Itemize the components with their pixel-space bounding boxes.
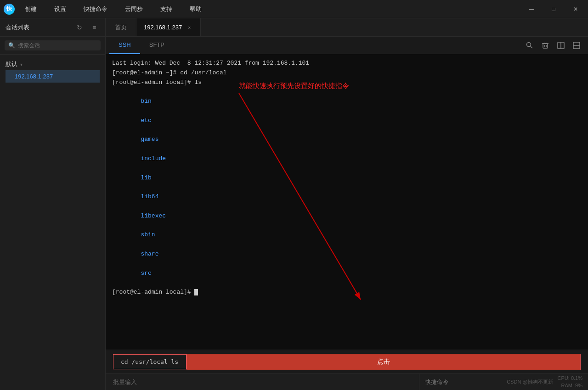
- svg-point-0: [527, 42, 531, 46]
- terminal-area[interactable]: Last login: Wed Dec 8 12:31:27 2021 from…: [106, 54, 588, 350]
- maximize-button[interactable]: □: [543, 2, 564, 16]
- search-input[interactable]: [18, 42, 97, 49]
- terminal-cursor: [194, 289, 198, 295]
- cpu-ram-display: CPU: 0.1% RAM: 9%: [558, 375, 582, 389]
- menu-bar: 创建 设置 快捷命令 云同步 支持 帮助: [18, 3, 521, 15]
- tab-ssh[interactable]: SSH: [109, 37, 140, 54]
- dir-include: include: [141, 155, 166, 162]
- window-controls: — □ ✕: [521, 2, 586, 16]
- sidebar-title: 会话列表: [6, 23, 70, 32]
- menu-create[interactable]: 创建: [23, 3, 39, 15]
- search-bar: 🔍: [0, 37, 105, 55]
- tab-close-icon[interactable]: ×: [186, 24, 193, 31]
- batch-input-area: 批量输入: [106, 374, 419, 390]
- logo-circle: 快: [4, 4, 15, 15]
- main-layout: 会话列表 ↻ ≡ 🔍 默认 ▾ 192.168.1.237 首页 192.168…: [0, 18, 588, 390]
- terminal-toolbar: [523, 39, 588, 52]
- sidebar-header: 会话列表 ↻ ≡: [0, 18, 105, 37]
- minimize-button[interactable]: —: [521, 2, 542, 16]
- tab-bar: 首页 192.168.1.237 ×: [106, 18, 588, 37]
- terminal-line-1: Last login: Wed Dec 8 12:31:27 2021 from…: [112, 59, 582, 68]
- menu-shortcuts[interactable]: 快捷命令: [82, 3, 109, 15]
- dir-etc: etc: [141, 117, 151, 124]
- cpu-label: CPU: 0.1%: [558, 375, 582, 382]
- default-label: 默认: [6, 60, 17, 68]
- dir-lib64: lib64: [141, 193, 158, 200]
- close-button[interactable]: ✕: [565, 2, 586, 16]
- default-section: 默认 ▾ 192.168.1.237: [0, 55, 105, 86]
- quick-cmd-bar: cd /usr/local ls 点击: [106, 350, 588, 373]
- search-icon: 🔍: [8, 42, 15, 49]
- dir-sbin: sbin: [141, 231, 155, 238]
- terminal-line-2: [root@el-admin ~]# cd /usr/local: [112, 68, 582, 78]
- search-terminal-icon[interactable]: [523, 39, 537, 52]
- menu-support[interactable]: 支持: [158, 3, 174, 15]
- terminal-line-5: [root@el-admin local]#: [112, 288, 582, 297]
- active-tab[interactable]: 192.168.1.237 ×: [136, 18, 201, 36]
- dir-bin: bin: [141, 98, 151, 105]
- sidebar-menu-icon[interactable]: ≡: [89, 22, 100, 33]
- dir-lib: lib: [141, 174, 151, 181]
- split-vertical-icon[interactable]: [570, 39, 583, 52]
- delete-icon[interactable]: [538, 39, 552, 52]
- session-item[interactable]: 192.168.1.237: [6, 70, 100, 83]
- quick-cmd-input[interactable]: [425, 379, 502, 385]
- tab-sftp[interactable]: SFTP: [140, 37, 174, 54]
- content-area: 首页 192.168.1.237 × SSH SFTP: [106, 18, 588, 390]
- split-horizontal-icon[interactable]: [554, 39, 568, 52]
- menu-cloud[interactable]: 云同步: [123, 3, 145, 15]
- svg-rect-2: [543, 44, 548, 48]
- chevron-down-icon: ▾: [20, 62, 23, 67]
- active-tab-label: 192.168.1.237: [144, 24, 182, 31]
- quick-command-display: cd /usr/local ls: [113, 354, 187, 369]
- menu-settings[interactable]: 设置: [52, 3, 68, 15]
- click-button[interactable]: 点击: [187, 354, 581, 370]
- menu-help[interactable]: 帮助: [188, 3, 204, 15]
- sub-tab-bar: SSH SFTP: [106, 37, 588, 54]
- right-status-area: CSDN @懒狗不更新 CPU: 0.1% RAM: 9%: [419, 374, 588, 390]
- dir-share: share: [141, 251, 158, 257]
- default-label-row[interactable]: 默认 ▾: [6, 58, 100, 70]
- search-input-container: 🔍: [5, 40, 101, 50]
- dir-games: games: [141, 136, 158, 143]
- batch-input-label: 批量输入: [113, 378, 137, 386]
- sidebar-refresh-icon[interactable]: ↻: [74, 22, 85, 33]
- status-bar: 批量输入 CSDN @懒狗不更新 CPU: 0.1% RAM: 9%: [106, 373, 588, 390]
- titlebar: 快 创建 设置 快捷命令 云同步 支持 帮助 — □ ✕: [0, 0, 588, 18]
- terminal-line-4: bin etc games include lib lib64 libexec …: [112, 87, 582, 288]
- ram-label: RAM: 9%: [558, 382, 582, 389]
- terminal-line-3: [root@el-admin local]# ls: [112, 78, 582, 88]
- svg-line-1: [531, 46, 533, 48]
- dir-src: src: [141, 270, 151, 277]
- watermark-text: CSDN @懒狗不更新: [507, 379, 553, 385]
- app-logo: 快: [0, 0, 18, 18]
- sidebar: 会话列表 ↻ ≡ 🔍 默认 ▾ 192.168.1.237: [0, 18, 106, 390]
- home-tab[interactable]: 首页: [106, 18, 136, 36]
- dir-libexec: libexec: [141, 212, 166, 219]
